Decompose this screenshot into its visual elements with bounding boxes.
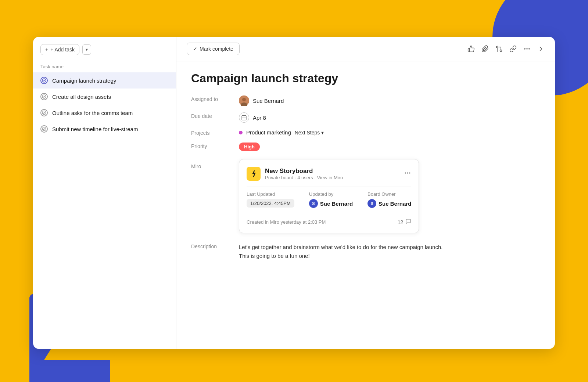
sidebar-header: + + Add task ▾ bbox=[33, 44, 176, 61]
priority-label: Priority bbox=[191, 143, 239, 149]
miro-stats: Last Updated 1/20/2022, 4:45PM Updated b… bbox=[247, 191, 411, 208]
task-label-2: Create all design assets bbox=[52, 94, 111, 100]
checkmark-icon: ✓ bbox=[193, 46, 197, 52]
next-steps-chevron-icon: ▾ bbox=[321, 130, 324, 136]
task-item-4[interactable]: Submit new timeline for live-stream bbox=[33, 121, 176, 137]
task-label-3: Outline asks for the comms team bbox=[52, 110, 133, 116]
calendar-icon bbox=[239, 112, 249, 123]
board-owner-name: Sue Bernard bbox=[379, 201, 411, 207]
task-check-icon-2 bbox=[40, 93, 48, 100]
avatar bbox=[239, 96, 249, 106]
svg-point-19 bbox=[409, 173, 410, 173]
sidebar: + + Add task ▾ Task name Campaign launch… bbox=[33, 37, 176, 349]
miro-value: New Storyboard Private board · 4 users ·… bbox=[239, 158, 540, 233]
miro-card-title: New Storyboard bbox=[265, 167, 343, 175]
detail-panel: ✓ Mark complete bbox=[176, 37, 555, 349]
svg-point-9 bbox=[529, 48, 530, 49]
chevron-down-icon: ▾ bbox=[86, 47, 88, 52]
miro-card-subtitle: Private board · 4 users · View in Miro bbox=[265, 175, 343, 180]
mark-complete-button[interactable]: ✓ Mark complete bbox=[187, 43, 240, 55]
miro-updated-by-label: Updated by bbox=[309, 191, 353, 197]
miro-card-divider-2 bbox=[247, 214, 411, 214]
priority-badge[interactable]: High bbox=[239, 143, 260, 151]
description-text: Let's get together and brainstorm what w… bbox=[239, 243, 452, 260]
description-label: Description bbox=[191, 243, 239, 249]
task-check-icon-4 bbox=[40, 125, 48, 133]
miro-card-divider bbox=[247, 187, 411, 187]
miro-label: Miro bbox=[191, 158, 239, 169]
detail-content: Campaign launch strategy Assigned to bbox=[176, 61, 555, 349]
miro-date-chip: 1/20/2022, 4:45PM bbox=[247, 199, 294, 208]
projects-label: Projects bbox=[191, 129, 239, 136]
svg-point-7 bbox=[524, 48, 525, 49]
toolbar-icons bbox=[467, 45, 545, 53]
miro-created-text: Created in Miro yesterday at 2:03 PM bbox=[247, 219, 326, 225]
task-item-3[interactable]: Outline asks for the comms team bbox=[33, 105, 176, 121]
miro-last-updated-stat: Last Updated 1/20/2022, 4:45PM bbox=[247, 191, 294, 208]
main-app-card: + + Add task ▾ Task name Campaign launch… bbox=[33, 37, 555, 349]
project-color-dot bbox=[239, 131, 243, 134]
task-item-2[interactable]: Create all design assets bbox=[33, 89, 176, 105]
task-check-icon-1 bbox=[40, 77, 48, 84]
miro-comment-icon bbox=[405, 219, 411, 226]
svg-point-11 bbox=[242, 98, 246, 101]
svg-point-18 bbox=[407, 173, 408, 173]
svg-rect-13 bbox=[242, 116, 246, 120]
detail-toolbar: ✓ Mark complete bbox=[176, 37, 555, 61]
due-date-value: Apr 8 bbox=[239, 112, 266, 123]
assigned-to-label: Assigned to bbox=[191, 96, 239, 102]
projects-value: Product marketing Next Steps ▾ bbox=[239, 129, 324, 136]
miro-comment-number: 12 bbox=[398, 219, 404, 225]
thumbs-up-icon[interactable] bbox=[467, 45, 475, 53]
updated-by-avatar: S bbox=[309, 199, 318, 208]
project-name: Product marketing bbox=[246, 129, 291, 136]
priority-row: Priority High bbox=[191, 143, 540, 151]
board-owner-avatar: S bbox=[368, 199, 376, 208]
plus-icon: + bbox=[45, 47, 48, 53]
due-date-row: Due date Apr 8 bbox=[191, 112, 540, 123]
due-date-text: Apr 8 bbox=[253, 115, 266, 121]
description-value: Let's get together and brainstorm what w… bbox=[239, 243, 452, 260]
miro-card-info: New Storyboard Private board · 4 users ·… bbox=[247, 167, 343, 181]
miro-last-updated-label: Last Updated bbox=[247, 191, 294, 197]
expand-icon[interactable] bbox=[537, 45, 545, 53]
miro-row: Miro bbox=[191, 158, 540, 233]
miro-logo bbox=[247, 167, 261, 181]
miro-last-updated-value: 1/20/2022, 4:45PM bbox=[247, 199, 294, 208]
projects-row: Projects Product marketing Next Steps ▾ bbox=[191, 129, 540, 136]
task-name-column-header: Task name bbox=[33, 61, 176, 72]
miro-footer: Created in Miro yesterday at 2:03 PM 12 bbox=[247, 219, 411, 226]
miro-updated-by-stat: Updated by S Sue Bernard bbox=[309, 191, 353, 208]
task-label-1: Campaign launch strategy bbox=[52, 78, 116, 84]
next-steps-badge[interactable]: Next Steps ▾ bbox=[295, 130, 324, 136]
assigned-to-value: Sue Bernard bbox=[239, 96, 284, 106]
assigned-to-name: Sue Bernard bbox=[253, 98, 284, 104]
miro-card: New Storyboard Private board · 4 users ·… bbox=[239, 159, 419, 233]
due-date-label: Due date bbox=[191, 112, 239, 119]
miro-board-owner-stat: Board Owner S Sue Bernard bbox=[368, 191, 411, 208]
miro-card-text: New Storyboard Private board · 4 users ·… bbox=[265, 167, 343, 180]
add-task-button[interactable]: + + Add task bbox=[40, 44, 79, 55]
mark-complete-label: Mark complete bbox=[200, 46, 233, 52]
priority-value: High bbox=[239, 143, 260, 151]
add-task-dropdown-button[interactable]: ▾ bbox=[82, 44, 91, 55]
miro-updated-by-value: S Sue Bernard bbox=[309, 199, 353, 208]
task-label-4: Submit new timeline for live-stream bbox=[52, 126, 138, 132]
link-icon[interactable] bbox=[509, 45, 517, 53]
description-row: Description Let's get together and brain… bbox=[191, 243, 540, 260]
miro-card-header: New Storyboard Private board · 4 users ·… bbox=[247, 167, 411, 181]
task-list: Campaign launch strategy Create all desi… bbox=[33, 72, 176, 137]
miro-comment-count: 12 bbox=[398, 219, 412, 226]
miro-board-owner-value: S Sue Bernard bbox=[368, 199, 411, 208]
attachment-icon[interactable] bbox=[481, 45, 489, 53]
task-title: Campaign launch strategy bbox=[191, 72, 540, 85]
branch-icon[interactable] bbox=[495, 45, 503, 53]
miro-board-owner-label: Board Owner bbox=[368, 191, 411, 197]
task-item-1[interactable]: Campaign launch strategy bbox=[33, 72, 176, 89]
fields-table: Assigned to Sue Bernard bbox=[191, 96, 540, 260]
miro-more-icon[interactable] bbox=[404, 169, 411, 179]
svg-point-8 bbox=[527, 48, 527, 49]
next-steps-label: Next Steps bbox=[295, 130, 320, 136]
more-options-icon[interactable] bbox=[523, 45, 531, 53]
add-task-label: + Add task bbox=[50, 47, 75, 53]
